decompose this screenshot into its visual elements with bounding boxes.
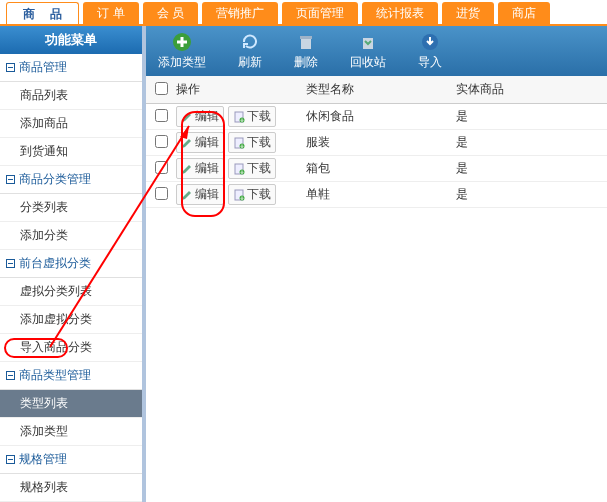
add-button[interactable]: 添加类型 [158,32,206,71]
sidebar-item[interactable]: 商品列表 [0,82,142,110]
table-row: 编辑下载休闲食品是 [146,104,607,130]
sidebar-item[interactable]: 到货通知 [0,138,142,166]
col-op: 操作 [176,81,306,98]
sidebar-item[interactable]: 添加分类 [0,222,142,250]
download-button[interactable]: 下载 [228,184,276,205]
cell-name: 单鞋 [306,186,456,203]
delete-icon [296,32,316,52]
table-row: 编辑下载箱包是 [146,156,607,182]
table-row: 编辑下载单鞋是 [146,182,607,208]
col-name: 类型名称 [306,81,456,98]
sidebar-group-header[interactable]: 商品分类管理 [0,166,142,194]
collapse-icon [6,455,15,464]
refresh-icon [240,32,260,52]
sidebar-item[interactable]: 规格列表 [0,474,142,502]
sidebar: 功能菜单 商品管理商品列表添加商品到货通知商品分类管理分类列表添加分类前台虚拟分… [0,26,146,502]
add-icon [172,32,192,52]
row-checkbox[interactable] [155,135,168,148]
tab-0[interactable]: 商 品 [6,2,79,24]
toolbar: 添加类型刷新删除回收站导入 [146,26,607,76]
download-button[interactable]: 下载 [228,132,276,153]
tab-4[interactable]: 页面管理 [282,2,358,24]
row-checkbox[interactable] [155,161,168,174]
sidebar-item[interactable]: 添加商品 [0,110,142,138]
data-table: 操作 类型名称 实体商品 编辑下载休闲食品是编辑下载服装是编辑下载箱包是编辑下载… [146,76,607,208]
import-icon [420,32,440,52]
collapse-icon [6,63,15,72]
cell-real: 是 [456,160,607,177]
edit-button[interactable]: 编辑 [176,184,224,205]
refresh-button[interactable]: 刷新 [238,32,262,71]
collapse-icon [6,175,15,184]
tab-1[interactable]: 订 单 [83,2,138,24]
delete-button[interactable]: 删除 [294,32,318,71]
sidebar-title: 功能菜单 [0,26,142,54]
cell-name: 休闲食品 [306,108,456,125]
cell-real: 是 [456,186,607,203]
collapse-icon [6,371,15,380]
sidebar-group-header[interactable]: 前台虚拟分类 [0,250,142,278]
cell-real: 是 [456,134,607,151]
table-header: 操作 类型名称 实体商品 [146,76,607,104]
sidebar-item[interactable]: 虚拟分类列表 [0,278,142,306]
sidebar-group-header[interactable]: 商品类型管理 [0,362,142,390]
edit-button[interactable]: 编辑 [176,132,224,153]
sidebar-item[interactable]: 导入商品分类 [0,334,142,362]
select-all-checkbox[interactable] [155,82,168,95]
edit-button[interactable]: 编辑 [176,106,224,127]
sidebar-item[interactable]: 添加类型 [0,418,142,446]
sidebar-group-header[interactable]: 规格管理 [0,446,142,474]
svg-rect-2 [300,36,312,39]
row-checkbox[interactable] [155,187,168,200]
download-button[interactable]: 下载 [228,158,276,179]
download-button[interactable]: 下载 [228,106,276,127]
tab-6[interactable]: 进货 [442,2,494,24]
sidebar-list: 商品管理商品列表添加商品到货通知商品分类管理分类列表添加分类前台虚拟分类虚拟分类… [0,54,142,502]
content-pane: 添加类型刷新删除回收站导入 操作 类型名称 实体商品 编辑下载休闲食品是编辑下载… [146,26,607,502]
sidebar-item[interactable]: 分类列表 [0,194,142,222]
tab-2[interactable]: 会 员 [143,2,198,24]
col-real: 实体商品 [456,81,607,98]
sidebar-group-header[interactable]: 商品管理 [0,54,142,82]
top-tabbar: 商 品订 单会 员营销推广页面管理统计报表进货商店 [0,0,607,26]
recycle-icon [358,32,378,52]
edit-button[interactable]: 编辑 [176,158,224,179]
recycle-button[interactable]: 回收站 [350,32,386,71]
cell-name: 箱包 [306,160,456,177]
cell-name: 服装 [306,134,456,151]
tab-7[interactable]: 商店 [498,2,550,24]
collapse-icon [6,259,15,268]
sidebar-item[interactable]: 类型列表 [0,390,142,418]
tab-5[interactable]: 统计报表 [362,2,438,24]
row-checkbox[interactable] [155,109,168,122]
cell-real: 是 [456,108,607,125]
import-button[interactable]: 导入 [418,32,442,71]
tab-3[interactable]: 营销推广 [202,2,278,24]
svg-rect-1 [301,38,311,49]
table-row: 编辑下载服装是 [146,130,607,156]
sidebar-item[interactable]: 添加虚拟分类 [0,306,142,334]
